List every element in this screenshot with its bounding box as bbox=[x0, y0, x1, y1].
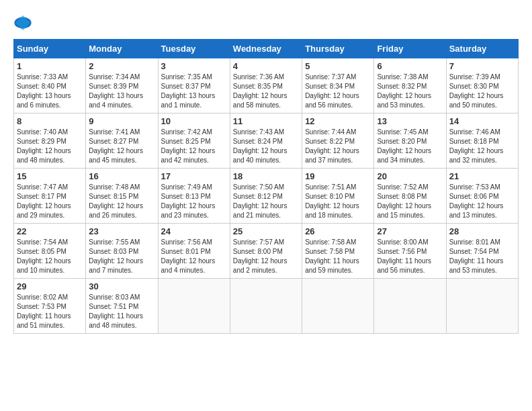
day-info: Sunrise: 7:37 AMSunset: 8:34 PMDaylight:… bbox=[305, 73, 371, 110]
day-number: 5 bbox=[305, 61, 371, 71]
day-info: Sunrise: 7:57 AMSunset: 8:00 PMDaylight:… bbox=[233, 238, 299, 275]
day-info: Sunrise: 7:55 AMSunset: 8:03 PMDaylight:… bbox=[89, 238, 154, 275]
day-number: 7 bbox=[449, 61, 515, 71]
day-info: Sunrise: 7:53 AMSunset: 8:06 PMDaylight:… bbox=[449, 183, 515, 220]
calendar-cell-5-3 bbox=[158, 279, 230, 334]
calendar-cell-5-6 bbox=[374, 279, 446, 334]
calendar-cell-1-4: 4 Sunrise: 7:36 AMSunset: 8:35 PMDayligh… bbox=[230, 58, 302, 113]
day-info: Sunrise: 7:52 AMSunset: 8:08 PMDaylight:… bbox=[377, 183, 443, 220]
day-number: 27 bbox=[377, 226, 443, 236]
day-number: 14 bbox=[449, 116, 515, 126]
weekday-header-friday: Friday bbox=[374, 40, 446, 58]
day-number: 28 bbox=[449, 226, 515, 236]
day-number: 29 bbox=[17, 281, 83, 291]
calendar-cell-3-2: 16 Sunrise: 7:48 AMSunset: 8:15 PMDaylig… bbox=[86, 169, 158, 224]
day-info: Sunrise: 7:49 AMSunset: 8:13 PMDaylight:… bbox=[161, 183, 227, 220]
logo bbox=[13, 13, 35, 32]
calendar-cell-5-1: 29 Sunrise: 8:02 AMSunset: 7:53 PMDaylig… bbox=[14, 279, 86, 334]
calendar-week-4: 22 Sunrise: 7:54 AMSunset: 8:05 PMDaylig… bbox=[14, 224, 519, 279]
calendar-cell-2-4: 11 Sunrise: 7:43 AMSunset: 8:24 PMDaylig… bbox=[230, 113, 302, 169]
calendar-cell-3-4: 18 Sunrise: 7:50 AMSunset: 8:12 PMDaylig… bbox=[230, 169, 302, 224]
day-number: 24 bbox=[161, 226, 227, 236]
day-info: Sunrise: 8:00 AMSunset: 7:56 PMDaylight:… bbox=[377, 238, 443, 275]
day-number: 26 bbox=[305, 226, 371, 236]
day-info: Sunrise: 7:40 AMSunset: 8:29 PMDaylight:… bbox=[17, 128, 83, 165]
day-info: Sunrise: 7:33 AMSunset: 8:40 PMDaylight:… bbox=[17, 73, 83, 110]
day-number: 11 bbox=[233, 116, 299, 126]
day-number: 23 bbox=[89, 226, 154, 236]
calendar-cell-5-4 bbox=[230, 279, 302, 334]
calendar-cell-2-6: 13 Sunrise: 7:45 AMSunset: 8:20 PMDaylig… bbox=[374, 113, 446, 169]
day-number: 17 bbox=[161, 171, 227, 181]
calendar-cell-2-1: 8 Sunrise: 7:40 AMSunset: 8:29 PMDayligh… bbox=[14, 113, 86, 169]
calendar-cell-1-7: 7 Sunrise: 7:39 AMSunset: 8:30 PMDayligh… bbox=[446, 58, 518, 113]
day-info: Sunrise: 7:41 AMSunset: 8:27 PMDaylight:… bbox=[89, 128, 154, 165]
calendar-cell-4-3: 24 Sunrise: 7:56 AMSunset: 8:01 PMDaylig… bbox=[158, 224, 230, 279]
calendar-table: SundayMondayTuesdayWednesdayThursdayFrid… bbox=[13, 39, 519, 334]
day-info: Sunrise: 7:44 AMSunset: 8:22 PMDaylight:… bbox=[305, 128, 371, 165]
weekday-header-sunday: Sunday bbox=[14, 40, 86, 58]
calendar-cell-2-5: 12 Sunrise: 7:44 AMSunset: 8:22 PMDaylig… bbox=[302, 113, 374, 169]
day-number: 1 bbox=[17, 61, 83, 71]
weekday-header-thursday: Thursday bbox=[302, 40, 374, 58]
day-info: Sunrise: 7:35 AMSunset: 8:37 PMDaylight:… bbox=[161, 73, 227, 110]
day-info: Sunrise: 7:45 AMSunset: 8:20 PMDaylight:… bbox=[377, 128, 443, 165]
calendar-cell-4-2: 23 Sunrise: 7:55 AMSunset: 8:03 PMDaylig… bbox=[86, 224, 158, 279]
calendar-cell-1-5: 5 Sunrise: 7:37 AMSunset: 8:34 PMDayligh… bbox=[302, 58, 374, 113]
day-number: 16 bbox=[89, 171, 154, 181]
calendar-week-1: 1 Sunrise: 7:33 AMSunset: 8:40 PMDayligh… bbox=[14, 58, 519, 113]
weekday-header-monday: Monday bbox=[86, 40, 158, 58]
calendar-week-2: 8 Sunrise: 7:40 AMSunset: 8:29 PMDayligh… bbox=[14, 113, 519, 169]
calendar-cell-3-6: 20 Sunrise: 7:52 AMSunset: 8:08 PMDaylig… bbox=[374, 169, 446, 224]
day-info: Sunrise: 7:54 AMSunset: 8:05 PMDaylight:… bbox=[17, 238, 83, 275]
day-info: Sunrise: 8:01 AMSunset: 7:54 PMDaylight:… bbox=[449, 238, 515, 275]
calendar-cell-1-6: 6 Sunrise: 7:38 AMSunset: 8:32 PMDayligh… bbox=[374, 58, 446, 113]
calendar-cell-2-3: 10 Sunrise: 7:42 AMSunset: 8:25 PMDaylig… bbox=[158, 113, 230, 169]
day-number: 18 bbox=[233, 171, 299, 181]
calendar-cell-5-5 bbox=[302, 279, 374, 334]
calendar-cell-4-1: 22 Sunrise: 7:54 AMSunset: 8:05 PMDaylig… bbox=[14, 224, 86, 279]
calendar-cell-3-3: 17 Sunrise: 7:49 AMSunset: 8:13 PMDaylig… bbox=[158, 169, 230, 224]
logo-icon bbox=[13, 13, 32, 32]
day-info: Sunrise: 7:42 AMSunset: 8:25 PMDaylight:… bbox=[161, 128, 227, 165]
calendar-cell-4-5: 26 Sunrise: 7:58 AMSunset: 7:58 PMDaylig… bbox=[302, 224, 374, 279]
day-number: 4 bbox=[233, 61, 299, 71]
weekday-header-tuesday: Tuesday bbox=[158, 40, 230, 58]
weekday-header-wednesday: Wednesday bbox=[230, 40, 302, 58]
day-info: Sunrise: 7:34 AMSunset: 8:39 PMDaylight:… bbox=[89, 73, 154, 110]
day-number: 2 bbox=[89, 61, 154, 71]
calendar-cell-5-2: 30 Sunrise: 8:03 AMSunset: 7:51 PMDaylig… bbox=[86, 279, 158, 334]
calendar-cell-4-7: 28 Sunrise: 8:01 AMSunset: 7:54 PMDaylig… bbox=[446, 224, 518, 279]
day-number: 9 bbox=[89, 116, 154, 126]
day-info: Sunrise: 7:48 AMSunset: 8:15 PMDaylight:… bbox=[89, 183, 154, 220]
day-info: Sunrise: 7:47 AMSunset: 8:17 PMDaylight:… bbox=[17, 183, 83, 220]
day-info: Sunrise: 7:38 AMSunset: 8:32 PMDaylight:… bbox=[377, 73, 443, 110]
calendar-cell-2-7: 14 Sunrise: 7:46 AMSunset: 8:18 PMDaylig… bbox=[446, 113, 518, 169]
day-number: 12 bbox=[305, 116, 371, 126]
day-number: 21 bbox=[449, 171, 515, 181]
calendar-cell-2-2: 9 Sunrise: 7:41 AMSunset: 8:27 PMDayligh… bbox=[86, 113, 158, 169]
calendar-week-5: 29 Sunrise: 8:02 AMSunset: 7:53 PMDaylig… bbox=[14, 279, 519, 334]
calendar-cell-5-7 bbox=[446, 279, 518, 334]
day-number: 30 bbox=[89, 281, 154, 291]
day-number: 10 bbox=[161, 116, 227, 126]
day-info: Sunrise: 7:46 AMSunset: 8:18 PMDaylight:… bbox=[449, 128, 515, 165]
day-number: 8 bbox=[17, 116, 83, 126]
day-number: 3 bbox=[161, 61, 227, 71]
day-info: Sunrise: 7:51 AMSunset: 8:10 PMDaylight:… bbox=[305, 183, 371, 220]
day-number: 13 bbox=[377, 116, 443, 126]
calendar-cell-1-3: 3 Sunrise: 7:35 AMSunset: 8:37 PMDayligh… bbox=[158, 58, 230, 113]
day-info: Sunrise: 7:36 AMSunset: 8:35 PMDaylight:… bbox=[233, 73, 299, 110]
day-number: 19 bbox=[305, 171, 371, 181]
calendar-cell-1-2: 2 Sunrise: 7:34 AMSunset: 8:39 PMDayligh… bbox=[86, 58, 158, 113]
day-number: 25 bbox=[233, 226, 299, 236]
day-info: Sunrise: 7:39 AMSunset: 8:30 PMDaylight:… bbox=[449, 73, 515, 110]
calendar-cell-3-1: 15 Sunrise: 7:47 AMSunset: 8:17 PMDaylig… bbox=[14, 169, 86, 224]
calendar-week-3: 15 Sunrise: 7:47 AMSunset: 8:17 PMDaylig… bbox=[14, 169, 519, 224]
calendar-cell-3-5: 19 Sunrise: 7:51 AMSunset: 8:10 PMDaylig… bbox=[302, 169, 374, 224]
day-number: 22 bbox=[17, 226, 83, 236]
day-info: Sunrise: 7:50 AMSunset: 8:12 PMDaylight:… bbox=[233, 183, 299, 220]
page-header bbox=[13, 13, 519, 32]
calendar-cell-4-4: 25 Sunrise: 7:57 AMSunset: 8:00 PMDaylig… bbox=[230, 224, 302, 279]
weekday-header-saturday: Saturday bbox=[446, 40, 518, 58]
